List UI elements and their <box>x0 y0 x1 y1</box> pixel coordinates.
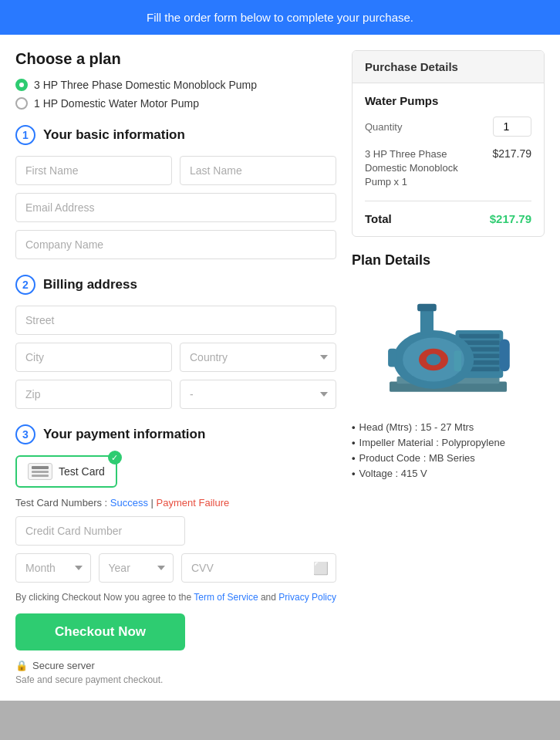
secure-server: 🔒 Secure server <box>15 660 336 671</box>
card-icon-lines <box>32 466 49 477</box>
secure-label: Secure server <box>32 660 95 671</box>
card-icon-box <box>28 463 52 480</box>
product-category: Water Pumps <box>365 94 531 107</box>
item-price: $217.79 <box>492 147 531 160</box>
plan-2-label: 1 HP Domestic Water Motor Pump <box>34 97 199 110</box>
svg-rect-17 <box>454 350 462 371</box>
street-input[interactable] <box>15 306 336 335</box>
first-name-input[interactable] <box>15 156 172 185</box>
expiry-cvv-row: Month 01 02 03 04 05 06 07 08 09 10 11 1… <box>15 553 336 583</box>
year-select[interactable]: Year 2024 2025 2026 2027 2028 <box>99 553 174 583</box>
last-name-input[interactable] <box>180 156 336 185</box>
svg-rect-12 <box>388 348 396 367</box>
plan-radio-unselected-icon <box>15 97 28 110</box>
country-select[interactable]: Country <box>180 343 336 372</box>
top-banner: Fill the order form below to complete yo… <box>0 0 560 35</box>
tos-text: By clicking Checkout Now you agree to th… <box>15 592 336 603</box>
checkout-button[interactable]: Checkout Now <box>15 613 185 650</box>
purchase-details-box: Purchase Details Water Pumps Quantity 3 … <box>352 50 545 237</box>
card-line-mid <box>32 471 49 473</box>
billing-address-title: Billing address <box>43 277 137 292</box>
billing-address-header: 2 Billing address <box>15 275 336 295</box>
email-row <box>15 193 336 222</box>
quantity-label: Quantity <box>365 121 402 133</box>
spec-impeller: Impeller Material : Polypropylene <box>352 437 545 448</box>
test-card-numbers: Test Card Numbers : Success | Payment Fa… <box>15 497 336 509</box>
basic-info-header: 1 Your basic information <box>15 125 336 145</box>
purchase-details-header: Purchase Details <box>353 51 544 83</box>
card-line-top <box>32 466 49 469</box>
zip-input[interactable] <box>15 380 172 409</box>
plan-option-2[interactable]: 1 HP Domestic Water Motor Pump <box>15 97 336 110</box>
test-card-success-link[interactable]: Success <box>110 497 148 509</box>
svg-rect-16 <box>417 303 437 311</box>
plan-details-title: Plan Details <box>352 252 545 269</box>
card-check-badge: ✓ <box>108 451 122 465</box>
choose-plan-section: Choose a plan 3 HP Three Phase Domestic … <box>15 50 336 110</box>
spec-product-code: Product Code : MB Series <box>352 452 545 464</box>
payment-title: Your payment information <box>43 427 205 442</box>
spec-head: Head (Mtrs) : 15 - 27 Mtrs <box>352 421 545 433</box>
spec-voltage: Voltage : 415 V <box>352 468 545 479</box>
payment-number: 3 <box>15 424 35 444</box>
cvv-wrapper: ⬜ <box>181 553 336 583</box>
plan-1-label: 3 HP Three Phase Domestic Monoblock Pump <box>34 79 257 91</box>
company-input[interactable] <box>15 230 336 259</box>
cc-number-input[interactable] <box>15 516 185 546</box>
item-name: 3 HP Three Phase Domestic Monoblock Pump… <box>365 147 473 190</box>
cvv-icon: ⬜ <box>313 561 329 576</box>
card-line-bot <box>32 475 49 477</box>
left-panel: Choose a plan 3 HP Three Phase Domestic … <box>15 50 336 685</box>
plan-specs-list: Head (Mtrs) : 15 - 27 Mtrs Impeller Mate… <box>352 421 545 479</box>
cc-number-row <box>15 516 336 546</box>
total-label: Total <box>365 212 392 225</box>
right-panel: Purchase Details Water Pumps Quantity 3 … <box>352 50 545 685</box>
plan-details-section: Plan Details <box>352 252 545 479</box>
svg-rect-9 <box>500 339 510 371</box>
lock-icon: 🔒 <box>15 660 28 671</box>
secure-subtext: Safe and secure payment checkout. <box>15 674 336 685</box>
purchase-details-body: Water Pumps Quantity 3 HP Three Phase Do… <box>353 83 544 236</box>
basic-info-number: 1 <box>15 125 35 145</box>
choose-plan-title: Choose a plan <box>15 50 336 68</box>
plan-option-1[interactable]: 3 HP Three Phase Domestic Monoblock Pump <box>15 79 336 91</box>
test-card-failure-link[interactable]: Payment Failure <box>157 497 230 509</box>
pump-image <box>352 279 545 411</box>
test-card-option[interactable]: Test Card ✓ <box>15 455 117 488</box>
billing-address-number: 2 <box>15 275 35 295</box>
name-row <box>15 156 336 185</box>
svg-rect-3 <box>459 333 499 338</box>
item-row: 3 HP Three Phase Domestic Monoblock Pump… <box>365 147 531 201</box>
plan-radio-selected-icon <box>15 79 28 91</box>
zip-state-row: - <box>15 380 336 409</box>
email-input[interactable] <box>15 193 336 222</box>
city-country-row: Country <box>15 343 336 372</box>
quantity-input[interactable] <box>493 117 531 137</box>
svg-point-14 <box>427 353 441 365</box>
month-select[interactable]: Month 01 02 03 04 05 06 07 08 09 10 11 1… <box>15 553 91 583</box>
card-label: Test Card <box>59 465 105 478</box>
city-input[interactable] <box>15 343 172 372</box>
total-price: $217.79 <box>490 212 531 225</box>
payment-header: 3 Your payment information <box>15 424 336 444</box>
quantity-row: Quantity <box>365 117 531 137</box>
total-row: Total $217.79 <box>365 212 531 225</box>
privacy-link[interactable]: Privacy Policy <box>278 592 336 603</box>
basic-info-title: Your basic information <box>43 127 185 143</box>
state-select[interactable]: - <box>180 380 336 409</box>
street-row <box>15 306 336 335</box>
tos-link[interactable]: Term of Service <box>194 592 258 603</box>
company-row <box>15 230 336 259</box>
